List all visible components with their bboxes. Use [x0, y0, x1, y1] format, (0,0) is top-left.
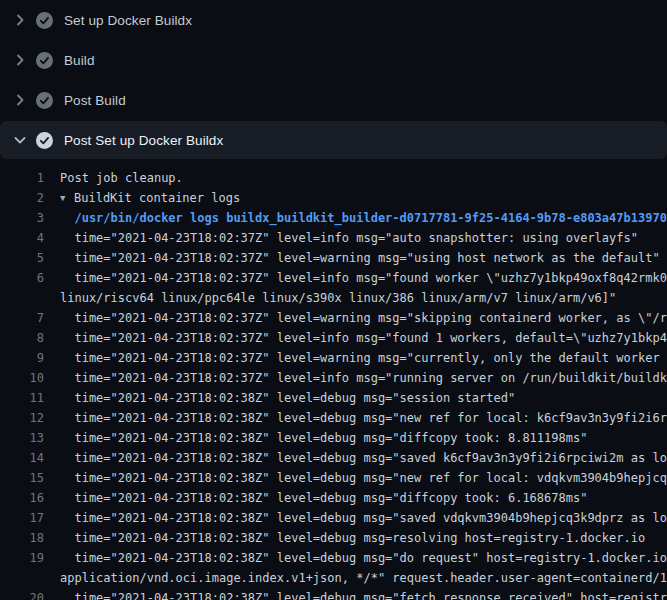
step-row-set-up-docker-buildx[interactable]: Set up Docker Buildx	[0, 0, 667, 40]
line-number[interactable]: 19	[0, 548, 44, 568]
log-line: 4 time="2021-04-23T18:02:37Z" level=info…	[0, 228, 667, 248]
line-text: time="2021-04-23T18:02:37Z" level=info m…	[60, 371, 667, 385]
log-lines: 1 Post job cleanup. 2 ▼BuildKit containe…	[0, 160, 667, 600]
log-line: 5 time="2021-04-23T18:02:37Z" level=warn…	[0, 248, 667, 268]
log-line: 1 Post job cleanup.	[0, 168, 667, 188]
log-line: 14 time="2021-04-23T18:02:38Z" level=deb…	[0, 448, 667, 468]
line-text: time="2021-04-23T18:02:37Z" level=warnin…	[60, 311, 667, 325]
line-number[interactable]: 20	[0, 588, 44, 600]
check-circle-icon	[36, 12, 53, 29]
step-label: Post Build	[64, 93, 126, 108]
line-number[interactable]: 11	[0, 388, 44, 408]
line-number[interactable]: 10	[0, 368, 44, 388]
log-line: 11 time="2021-04-23T18:02:38Z" level=deb…	[0, 388, 667, 408]
log-line: application/vnd.oci.image.index.v1+json,…	[0, 568, 667, 588]
line-number[interactable]: 1	[0, 168, 44, 188]
log-line: 16 time="2021-04-23T18:02:38Z" level=deb…	[0, 488, 667, 508]
chevron-right-icon	[12, 92, 28, 108]
line-text: time="2021-04-23T18:02:38Z" level=debug …	[60, 391, 515, 405]
log-line: 10 time="2021-04-23T18:02:37Z" level=inf…	[0, 368, 667, 388]
line-number[interactable]: 8	[0, 328, 44, 348]
line-text: time="2021-04-23T18:02:38Z" level=debug …	[60, 531, 645, 545]
line-text: time="2021-04-23T18:02:38Z" level=debug …	[60, 591, 667, 600]
line-number[interactable]: 9	[0, 348, 44, 368]
log-line: 6 time="2021-04-23T18:02:37Z" level=info…	[0, 268, 667, 288]
check-circle-icon	[36, 92, 53, 109]
log-line: 17 time="2021-04-23T18:02:38Z" level=deb…	[0, 508, 667, 528]
step-row-post-build[interactable]: Post Build	[0, 80, 667, 120]
line-number[interactable]: 2	[0, 188, 44, 208]
step-label: Build	[64, 53, 95, 68]
line-number[interactable]: 17	[0, 508, 44, 528]
log-line: 2 ▼BuildKit container logs	[0, 188, 667, 208]
chevron-down-icon	[12, 132, 28, 148]
line-number[interactable]: 14	[0, 448, 44, 468]
log-line: 9 time="2021-04-23T18:02:37Z" level=warn…	[0, 348, 667, 368]
line-text: time="2021-04-23T18:02:38Z" level=debug …	[60, 511, 667, 525]
line-text: time="2021-04-23T18:02:38Z" level=debug …	[60, 411, 667, 425]
line-text: linux/riscv64 linux/ppc64le linux/s390x …	[60, 291, 616, 305]
line-number[interactable]: 16	[0, 488, 44, 508]
line-text: time="2021-04-23T18:02:37Z" level=info m…	[60, 331, 667, 345]
line-text: time="2021-04-23T18:02:38Z" level=debug …	[60, 551, 667, 565]
line-number[interactable]: 15	[0, 468, 44, 488]
log-line: linux/riscv64 linux/ppc64le linux/s390x …	[0, 288, 667, 308]
line-text: time="2021-04-23T18:02:37Z" level=info m…	[60, 271, 667, 285]
line-number[interactable]: 3	[0, 208, 44, 228]
step-row-post-set-up-docker-buildx[interactable]: Post Set up Docker Buildx	[0, 121, 667, 159]
check-circle-icon	[36, 132, 53, 149]
log-line: 20 time="2021-04-23T18:02:38Z" level=deb…	[0, 588, 667, 600]
log-line: 15 time="2021-04-23T18:02:38Z" level=deb…	[0, 468, 667, 488]
line-text: time="2021-04-23T18:02:37Z" level=warnin…	[60, 351, 667, 365]
log-line: 18 time="2021-04-23T18:02:38Z" level=deb…	[0, 528, 667, 548]
line-number[interactable]: 18	[0, 528, 44, 548]
chevron-right-icon	[12, 52, 28, 68]
log-line: 3 /usr/bin/docker logs buildx_buildkit_b…	[0, 208, 667, 228]
line-text: Post job cleanup.	[60, 171, 183, 185]
line-text: time="2021-04-23T18:02:38Z" level=debug …	[60, 491, 587, 505]
line-number[interactable]	[0, 568, 44, 588]
line-number[interactable]: 6	[0, 268, 44, 288]
line-number[interactable]	[0, 288, 44, 308]
log-line: 7 time="2021-04-23T18:02:37Z" level=warn…	[0, 308, 667, 328]
log-line: 19 time="2021-04-23T18:02:38Z" level=deb…	[0, 548, 667, 568]
line-text: time="2021-04-23T18:02:37Z" level=warnin…	[60, 251, 660, 265]
line-text: time="2021-04-23T18:02:38Z" level=debug …	[60, 451, 667, 465]
log-line: 13 time="2021-04-23T18:02:38Z" level=deb…	[0, 428, 667, 448]
line-text: time="2021-04-23T18:02:38Z" level=debug …	[60, 431, 587, 445]
log-line: 12 time="2021-04-23T18:02:38Z" level=deb…	[0, 408, 667, 428]
step-label: Post Set up Docker Buildx	[64, 133, 223, 148]
workflow-steps-list: Set up Docker Buildx Build Post Build Po…	[0, 0, 667, 159]
step-label: Set up Docker Buildx	[64, 13, 192, 28]
step-row-build[interactable]: Build	[0, 40, 667, 80]
line-number[interactable]: 12	[0, 408, 44, 428]
line-text: /usr/bin/docker logs buildx_buildkit_bui…	[60, 211, 667, 225]
line-text: application/vnd.oci.image.index.v1+json,…	[60, 571, 667, 585]
group-toggle-icon[interactable]: ▼	[60, 188, 74, 208]
line-number[interactable]: 13	[0, 428, 44, 448]
line-number[interactable]: 5	[0, 248, 44, 268]
chevron-right-icon	[12, 12, 28, 28]
line-number[interactable]: 4	[0, 228, 44, 248]
line-text: time="2021-04-23T18:02:37Z" level=info m…	[60, 231, 638, 245]
line-text: BuildKit container logs	[74, 191, 240, 205]
line-number[interactable]: 7	[0, 308, 44, 328]
log-line: 8 time="2021-04-23T18:02:37Z" level=info…	[0, 328, 667, 348]
check-circle-icon	[36, 52, 53, 69]
line-text: time="2021-04-23T18:02:38Z" level=debug …	[60, 471, 667, 485]
